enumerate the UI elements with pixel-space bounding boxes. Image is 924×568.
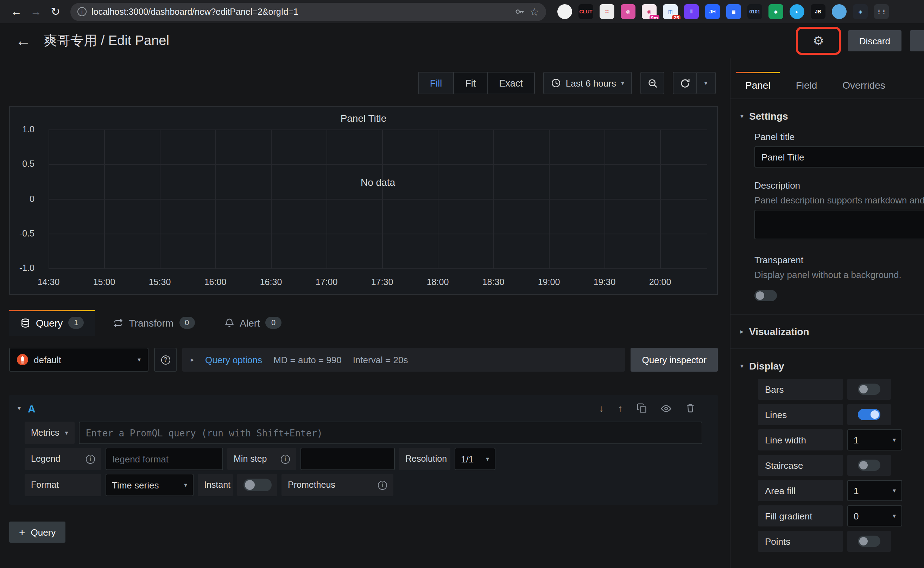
refresh-icon — [679, 78, 690, 88]
add-query-label: Query — [31, 527, 56, 537]
extension-icon[interactable]: ◉ 9m — [642, 4, 657, 19]
points-toggle[interactable] — [847, 531, 891, 552]
save-button[interactable]: Save — [910, 30, 924, 51]
description-textarea[interactable] — [754, 210, 924, 239]
extension-label: ◎ — [626, 9, 630, 14]
extension-icon[interactable]: ⋮⋮ — [874, 4, 889, 19]
browser-reload-button[interactable] — [47, 3, 65, 21]
move-query-down-button[interactable] — [599, 403, 604, 413]
info-icon[interactable] — [86, 454, 95, 464]
browser-forward-button[interactable] — [27, 3, 45, 21]
refresh-button[interactable] — [673, 72, 697, 94]
discard-button[interactable]: Discard — [848, 30, 901, 51]
delete-query-button[interactable] — [685, 403, 695, 413]
min-step-input[interactable] — [300, 448, 395, 470]
info-icon[interactable] — [378, 480, 387, 489]
sidebar-tab-panel[interactable]: Panel — [736, 72, 780, 98]
fit-option-exact[interactable]: Exact — [487, 73, 534, 94]
info-icon[interactable] — [281, 454, 290, 464]
extension-icon[interactable]: ≣ — [726, 4, 741, 19]
description-field-label: Description — [754, 180, 924, 191]
display-option-label: Points — [758, 531, 843, 552]
refresh-interval-dropdown[interactable] — [697, 72, 716, 94]
tab-alert[interactable]: Alert 0 — [213, 310, 292, 336]
extension-label: ◈ — [859, 9, 862, 14]
zoom-out-button[interactable] — [640, 72, 664, 94]
staircase-toggle[interactable] — [847, 455, 891, 476]
tab-label: Transform — [129, 317, 174, 328]
panel-settings-gear-button[interactable] — [813, 35, 824, 47]
fit-option-fill[interactable]: Fill — [419, 73, 454, 94]
display-option-row: Staircase — [758, 455, 924, 476]
extension-icon[interactable]: ∷ — [599, 4, 614, 19]
format-value: Time series — [112, 480, 159, 490]
display-option-row: Fill gradient 0 — [758, 505, 924, 526]
sidebar-tab-overrides[interactable]: Overrides — [833, 72, 894, 98]
display-section-header[interactable]: Display — [731, 349, 924, 379]
extension-icon[interactable] — [832, 4, 847, 19]
resolution-select[interactable]: 1/1 — [454, 448, 495, 470]
toggle-query-visibility-button[interactable] — [661, 403, 671, 414]
fit-option-fit[interactable]: Fit — [453, 73, 487, 94]
visualization-section-header[interactable]: Visualization — [731, 315, 924, 344]
move-query-up-button[interactable] — [618, 403, 623, 413]
panel-title-input[interactable] — [754, 147, 924, 168]
transparent-toggle[interactable] — [754, 290, 777, 301]
extension-icon[interactable]: ◫ 25 — [663, 4, 678, 19]
extension-icon[interactable]: JH — [705, 4, 720, 19]
query-ref-id: A — [28, 402, 36, 414]
bell-icon — [224, 318, 234, 328]
settings-section-header[interactable]: Settings — [731, 99, 924, 129]
transparent-hint: Display panel without a background. — [754, 270, 924, 280]
tab-query[interactable]: Query 1 — [9, 310, 95, 336]
display-option-label: Line width — [758, 429, 843, 450]
tab-transform[interactable]: Transform 0 — [103, 310, 206, 336]
url-bar[interactable]: localhost:3000/dashboard/new?editPanel=2… — [70, 3, 546, 21]
tab-label: Query — [36, 317, 63, 328]
min-step-label-text: Min step — [234, 454, 267, 464]
extension-icon[interactable]: ◎ — [621, 4, 636, 19]
metrics-dropdown[interactable]: Metrics — [25, 421, 75, 444]
collapse-query-icon[interactable] — [18, 405, 21, 411]
time-range-picker[interactable]: Last 6 hours — [543, 72, 632, 94]
duplicate-query-button[interactable] — [637, 403, 647, 413]
query-options-bar[interactable]: Query options MD = auto = 990 Interval =… — [182, 348, 625, 372]
back-to-dashboard-button[interactable] — [15, 32, 31, 50]
extension-icon[interactable]: 0101 — [747, 4, 762, 19]
instant-field-label: Instant — [198, 474, 233, 496]
bookmark-star-icon[interactable] — [530, 6, 539, 17]
extension-icon[interactable]: CLUT — [578, 4, 593, 19]
format-field-label: Format — [25, 474, 101, 496]
extension-icon[interactable]: JB — [811, 4, 826, 19]
extension-icon[interactable]: ◆ — [768, 4, 783, 19]
password-key-icon[interactable] — [514, 6, 525, 17]
extension-icon[interactable] — [557, 4, 572, 19]
line-width-select[interactable]: 1 — [847, 429, 902, 450]
area-fill-select[interactable]: 1 — [847, 480, 902, 501]
legend-format-input[interactable] — [106, 448, 223, 470]
promql-query-input[interactable] — [79, 421, 702, 444]
datasource-picker[interactable]: default — [9, 348, 148, 372]
format-select[interactable]: Time series — [106, 474, 193, 496]
y-axis-tick: 0.5 — [6, 159, 35, 169]
extension-icon[interactable]: ‖ — [684, 4, 699, 19]
description-hint: Panel description supports markdown and … — [754, 195, 924, 205]
instant-toggle[interactable] — [237, 474, 277, 496]
display-option-row: Line width 1 — [758, 429, 924, 450]
no-data-label: No data — [361, 177, 395, 188]
fill-gradient-select[interactable]: 0 — [847, 505, 902, 526]
prometheus-label-text: Prometheus — [288, 480, 335, 490]
browser-back-button[interactable] — [7, 3, 25, 21]
extension-icon[interactable]: ◈ — [853, 4, 868, 19]
sidebar-tab-field[interactable]: Field — [787, 72, 827, 98]
query-count-badge: 1 — [68, 317, 84, 329]
extension-icon[interactable]: ▸ — [790, 4, 804, 19]
fill-gradient-value: 0 — [854, 511, 859, 521]
help-button[interactable] — [154, 348, 177, 372]
site-info-icon[interactable] — [77, 7, 86, 16]
query-inspector-button[interactable]: Query inspector — [631, 348, 718, 372]
add-query-button[interactable]: Query — [9, 521, 65, 543]
lines-toggle[interactable] — [847, 404, 891, 425]
page-title: 爽哥专用 / Edit Panel — [44, 32, 169, 50]
bars-toggle[interactable] — [847, 379, 891, 400]
